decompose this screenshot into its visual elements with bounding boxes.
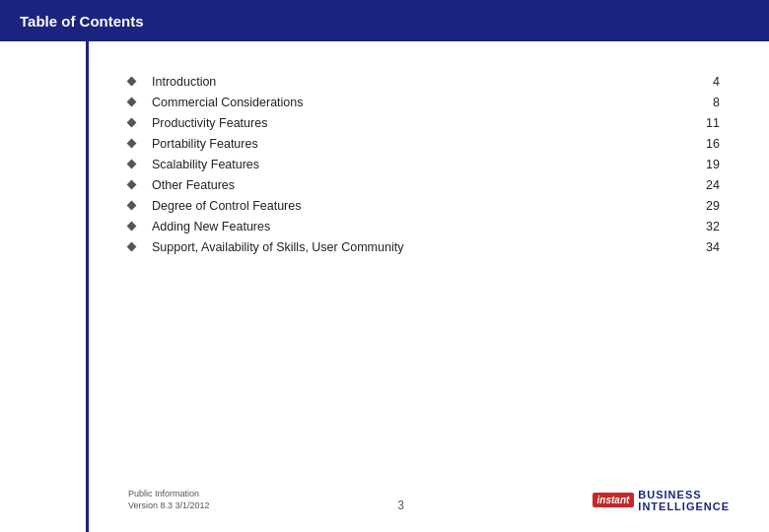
toc-bullet	[128, 195, 148, 216]
toc-item-label: Other Features	[148, 174, 700, 195]
brand-bottom: INTELLIGENCE	[638, 500, 730, 512]
toc-row: Commercial Considerations8	[128, 92, 730, 112]
toc-bullet	[128, 112, 148, 133]
brand-text: BUSINESS INTELLIGENCE	[638, 489, 730, 512]
content-area: Introduction4Commercial Considerations8P…	[0, 41, 769, 532]
diamond-icon	[127, 77, 137, 87]
toc-row: Degree of Control Features29	[128, 195, 730, 216]
toc-page-number: 11	[700, 112, 730, 133]
toc-row: Introduction4	[128, 71, 730, 92]
diamond-icon	[127, 180, 137, 190]
diamond-icon	[127, 222, 137, 232]
toc-row: Support, Availability of Skills, User Co…	[128, 236, 730, 257]
toc-item-label: Support, Availability of Skills, User Co…	[148, 236, 700, 257]
toc-bullet	[128, 236, 148, 257]
footer-public-info: Public Information	[128, 488, 210, 500]
diamond-icon	[127, 118, 137, 128]
footer-brand: instant BUSINESS INTELLIGENCE	[593, 489, 730, 512]
footer-left: Public Information Version 8.3 3/1/2012	[128, 488, 210, 512]
diamond-icon	[127, 160, 137, 169]
toc-page-number: 4	[700, 71, 730, 92]
toc-item-label: Degree of Control Features	[148, 195, 700, 216]
footer-page-number: 3	[210, 499, 593, 512]
toc-page-number: 24	[700, 174, 730, 195]
toc-row: Other Features24	[128, 174, 730, 195]
toc-item-label: Portability Features	[148, 133, 700, 154]
toc-bullet	[128, 133, 148, 154]
toc-page-number: 34	[700, 236, 730, 257]
toc-page-number: 16	[700, 133, 730, 154]
brand-instant-label: instant	[593, 493, 635, 507]
brand-top: BUSINESS	[638, 489, 730, 500]
toc-page-number: 32	[700, 216, 730, 236]
toc-page-number: 19	[700, 154, 730, 174]
toc-bullet	[128, 92, 148, 112]
toc-row: Productivity Features11	[128, 112, 730, 133]
diamond-icon	[127, 139, 137, 149]
toc-item-label: Introduction	[148, 71, 700, 92]
page-header: Table of Contents	[0, 0, 769, 41]
diamond-icon	[127, 242, 137, 252]
toc-item-label: Adding New Features	[148, 216, 700, 236]
toc-item-label: Commercial Considerations	[148, 92, 700, 112]
main-content: Introduction4Commercial Considerations8P…	[89, 41, 769, 532]
toc-row: Scalability Features19	[128, 154, 730, 174]
toc-bullet	[128, 216, 148, 236]
toc-bullet	[128, 71, 148, 92]
toc-row: Adding New Features32	[128, 216, 730, 236]
toc-bullet	[128, 174, 148, 195]
header-title: Table of Contents	[20, 13, 144, 30]
left-sidebar	[0, 41, 89, 532]
diamond-icon	[127, 201, 137, 211]
toc-page-number: 8	[700, 92, 730, 112]
toc-bullet	[128, 154, 148, 174]
diamond-icon	[127, 98, 137, 107]
toc-page-number: 29	[700, 195, 730, 216]
toc-item-label: Productivity Features	[148, 112, 700, 133]
footer: Public Information Version 8.3 3/1/2012 …	[128, 478, 730, 512]
toc-row: Portability Features16	[128, 133, 730, 154]
footer-version: Version 8.3 3/1/2012	[128, 499, 210, 512]
toc-item-label: Scalability Features	[148, 154, 700, 174]
toc-table: Introduction4Commercial Considerations8P…	[128, 71, 730, 257]
